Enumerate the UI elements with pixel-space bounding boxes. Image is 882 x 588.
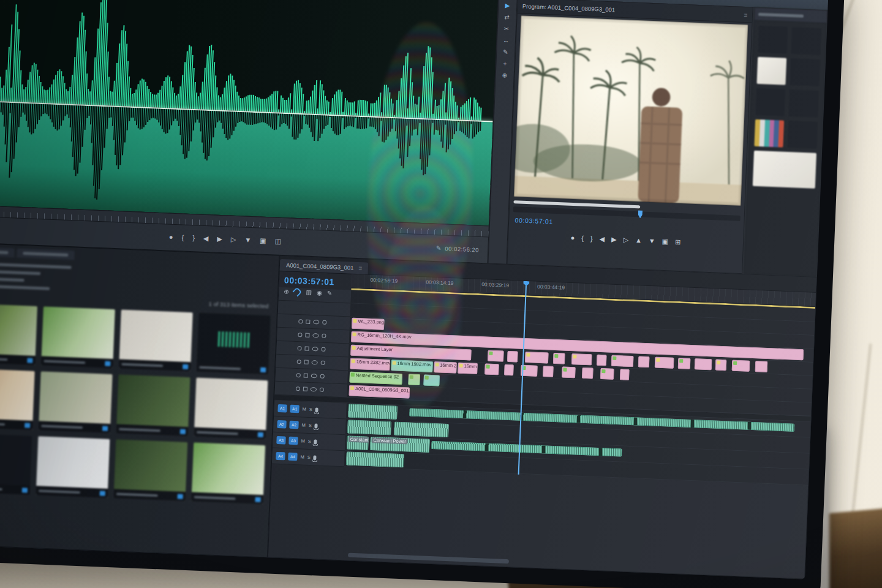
timeline-clip[interactable]: 16mm 2382.mov — [350, 358, 390, 371]
zoom-tool[interactable]: ⊕ — [502, 72, 507, 78]
timeline-horizontal-scrollbar[interactable] — [348, 553, 509, 564]
sync-lock-icon[interactable] — [304, 374, 308, 378]
timeline-clip[interactable] — [611, 355, 634, 367]
track-target-a2[interactable]: A2 — [289, 421, 299, 429]
bin-thumbnail-wide[interactable] — [753, 151, 816, 189]
track-output-icon[interactable] — [311, 374, 317, 378]
clip-thumbnail[interactable] — [191, 442, 265, 504]
timeline-clip[interactable] — [755, 361, 767, 372]
timeline-clip[interactable] — [552, 353, 565, 364]
lift-button[interactable]: ▲ — [635, 237, 642, 244]
insert-button[interactable]: ▼ — [244, 237, 251, 244]
source-patch-a1[interactable]: A1 — [277, 404, 287, 413]
timeline-clip[interactable] — [715, 360, 726, 371]
add-button[interactable]: ⊕ — [284, 288, 289, 295]
track-target-a1[interactable]: A1 — [290, 405, 300, 413]
timeline-clip[interactable] — [348, 404, 398, 420]
source-patch-a2[interactable]: A2 — [277, 420, 287, 429]
track-toggle-icon[interactable] — [321, 347, 325, 352]
sync-lock-icon[interactable] — [304, 347, 309, 351]
track-output-icon[interactable] — [311, 387, 317, 391]
timeline-clip[interactable] — [346, 451, 404, 467]
timeline-clip[interactable]: WL_233.png — [352, 318, 385, 330]
razor-tool[interactable]: ✂ — [503, 26, 509, 32]
timeline-clip[interactable] — [620, 369, 630, 380]
timeline-clip[interactable] — [525, 352, 549, 364]
clip-thumbnail[interactable] — [36, 436, 110, 498]
track-lock-icon[interactable] — [296, 373, 301, 377]
add-marker-button[interactable]: ● — [570, 234, 575, 241]
timeline-clip[interactable]: 16mm 2382 — [434, 361, 458, 374]
timeline-clip[interactable] — [678, 358, 690, 369]
timeline-clip[interactable] — [732, 360, 750, 372]
bin-thumbnail-dark[interactable] — [790, 58, 820, 86]
track-toggle-icon[interactable] — [322, 334, 326, 338]
clip-thumbnail[interactable] — [119, 310, 193, 372]
timeline-clip[interactable] — [597, 355, 607, 366]
mute-button[interactable]: M — [300, 454, 304, 459]
clip-thumbnail[interactable] — [114, 439, 188, 501]
bin-thumbnail-dark[interactable] — [758, 26, 788, 54]
linked-selection-toggle[interactable]: ▥ — [306, 289, 312, 295]
mark-in-button[interactable]: { — [581, 235, 584, 241]
timeline-clip[interactable] — [507, 351, 518, 363]
bin-thumbnail-dark[interactable] — [788, 121, 818, 149]
timeline-clip[interactable] — [488, 350, 503, 362]
mute-button[interactable]: M — [301, 422, 306, 428]
track-toggle-icon[interactable] — [320, 388, 324, 392]
timeline-clip[interactable]: 16mm 1982.mov — [391, 360, 433, 372]
solo-button[interactable]: S — [309, 423, 312, 428]
track-target-a3[interactable]: A3 — [288, 437, 298, 445]
sync-lock-icon[interactable] — [304, 360, 309, 364]
track-target-a4[interactable]: A4 — [288, 453, 298, 461]
voiceover-record-icon[interactable] — [314, 455, 317, 460]
mark-out-button[interactable]: } — [590, 235, 593, 242]
timeline-clip[interactable] — [504, 364, 514, 376]
timeline-clip[interactable] — [408, 374, 420, 385]
source-patch-a3[interactable]: A3 — [276, 436, 286, 445]
panel-menu-icon[interactable]: ≡ — [744, 11, 747, 18]
bin-thumbnail-dark[interactable] — [755, 88, 785, 116]
hand-tool[interactable]: + — [503, 61, 507, 67]
timeline-clip[interactable] — [571, 353, 592, 365]
solo-button[interactable]: S — [307, 454, 311, 460]
timeline-clip[interactable] — [655, 357, 674, 369]
track-output-icon[interactable] — [312, 333, 318, 337]
track-toggle-icon[interactable] — [320, 374, 325, 379]
mute-button[interactable]: M — [301, 438, 305, 443]
program-playhead-marker[interactable] — [638, 210, 643, 218]
solo-button[interactable]: S — [308, 439, 311, 444]
clip-thumbnail[interactable] — [39, 371, 113, 433]
step-back-button[interactable]: ◀ — [599, 235, 605, 242]
step-back-button[interactable]: ◀ — [203, 235, 209, 242]
track-toggle-icon[interactable] — [322, 320, 326, 325]
program-video-frame[interactable] — [513, 15, 748, 206]
selection-tool[interactable]: ▶ — [505, 2, 510, 9]
track-select-tool[interactable]: ⇄ — [504, 14, 510, 20]
sync-lock-icon[interactable] — [303, 387, 307, 391]
track-toggle-icon[interactable] — [321, 361, 325, 365]
timeline-clip[interactable] — [562, 366, 576, 378]
timeline-clip[interactable] — [638, 356, 650, 368]
bin-thumbnail-dark[interactable] — [789, 89, 819, 118]
track-lock-icon[interactable] — [298, 319, 303, 323]
timeline-clip[interactable] — [424, 374, 440, 386]
export-frame-button[interactable]: ▣ — [662, 238, 669, 244]
timeline-clip[interactable]: Constant P — [347, 435, 369, 450]
clip-thumbnail[interactable] — [116, 374, 190, 436]
track-lock-icon[interactable] — [297, 346, 301, 350]
program-tab[interactable]: Program: A001_C004_0809G3_001 — [522, 2, 616, 13]
timeline-clip[interactable] — [347, 420, 391, 435]
solo-button[interactable]: S — [309, 407, 312, 412]
track-output-icon[interactable] — [313, 320, 319, 324]
play-button[interactable]: ▶ — [611, 236, 617, 243]
project-tab[interactable] — [0, 246, 15, 257]
track-output-icon[interactable] — [312, 360, 318, 364]
bin-thumbnail-white[interactable] — [756, 57, 786, 85]
panel-menu-icon[interactable]: ≡ — [358, 265, 362, 271]
clip-thumbnail[interactable] — [0, 368, 35, 430]
pen-tool[interactable]: ✎ — [503, 49, 508, 55]
voiceover-record-icon[interactable] — [315, 407, 318, 412]
comparison-view-button[interactable]: ⊞ — [675, 238, 681, 245]
clip-thumbnail[interactable] — [0, 303, 37, 365]
